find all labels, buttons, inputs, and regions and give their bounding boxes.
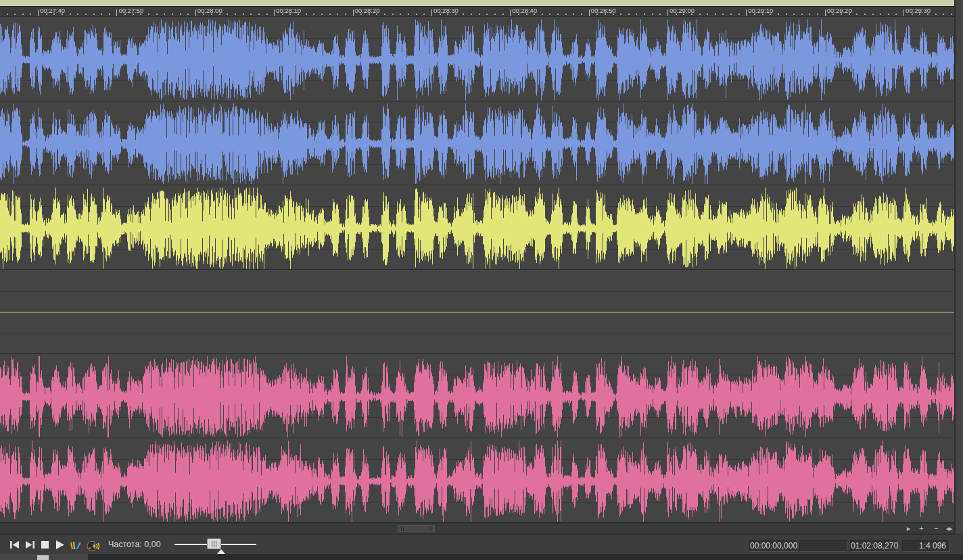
waveform-channel-track-3-channel-left[interactable] <box>0 354 954 438</box>
waveform-display-area[interactable] <box>0 17 954 523</box>
ruler-minor-tick <box>856 14 858 15</box>
ruler-minor-tick <box>22 14 24 15</box>
skip-to-end-button[interactable] <box>24 540 35 550</box>
skip-to-start-icon <box>9 540 20 549</box>
ruler-minor-tick <box>872 14 874 15</box>
waveform-canvas <box>0 354 954 438</box>
monitor-sound-button[interactable] <box>86 540 99 550</box>
ruler-major-tick <box>38 9 39 16</box>
ruler-minor-tick <box>306 14 307 15</box>
audio-editor-window: 00:27:4000:27:5000:28:0000:28:1000:28:20… <box>0 0 963 560</box>
ruler-minor-tick <box>722 14 724 15</box>
scrub-tool-button[interactable] <box>69 540 83 550</box>
ruler-minor-tick <box>502 14 504 15</box>
ruler-major-tick <box>431 9 432 16</box>
marker-time-display[interactable] <box>799 540 847 552</box>
play-icon <box>55 540 65 549</box>
total-duration-display[interactable]: 01:02:08,270 <box>850 540 898 552</box>
zoom-out-button[interactable]: − <box>931 524 941 534</box>
ruler-minor-tick <box>400 14 401 15</box>
ruler-minor-tick <box>164 14 165 15</box>
waveform-channel-track-3-channel-right[interactable] <box>0 438 954 523</box>
ruler-minor-tick <box>109 14 110 15</box>
horizontal-scrollbar[interactable]: ▸ + − ◂▸ <box>0 523 954 534</box>
horizontal-scrollbar-thumb[interactable] <box>398 525 435 532</box>
ruler-minor-tick <box>85 14 87 15</box>
ruler-time-label: 00:27:40 <box>40 7 65 14</box>
ruler-minor-tick <box>557 14 559 15</box>
timeline-ruler[interactable]: 00:27:4000:27:5000:28:0000:28:1000:28:20… <box>0 7 954 17</box>
ruler-minor-tick <box>479 14 480 15</box>
ruler-minor-tick <box>715 14 716 15</box>
lower-panel-edge <box>0 554 963 560</box>
transport-toolbar: Частота: 0,00 00:00:00,000 01:02:08,270 … <box>0 534 963 554</box>
ruler-major-tick <box>510 9 511 16</box>
waveform-channel-track-2-channel-right[interactable] <box>0 270 954 354</box>
zoom-horizontal-button[interactable]: ◂▸ <box>943 524 955 534</box>
scroll-thumb-grip <box>431 527 431 531</box>
ruler-minor-tick <box>486 14 488 15</box>
speaker-ball-icon <box>86 540 99 552</box>
ruler-major-tick <box>116 9 117 16</box>
zoom-ratio-display[interactable]: 1:4 096 <box>902 540 950 552</box>
ruler-major-tick <box>195 9 196 16</box>
ruler-minor-tick <box>14 14 16 15</box>
ruler-minor-tick <box>542 14 543 15</box>
scroll-thumb-grip <box>401 527 402 531</box>
skip-to-end-icon <box>24 540 35 549</box>
ruler-minor-tick <box>266 14 268 15</box>
vertical-scrollbar[interactable] <box>954 0 963 534</box>
play-button[interactable] <box>55 540 66 550</box>
waveform-canvas <box>0 185 954 270</box>
waveform-canvas <box>0 270 954 354</box>
ruler-minor-tick <box>93 14 95 15</box>
ruler-time-label: 00:29:00 <box>670 7 695 14</box>
ruler-time-label: 00:28:20 <box>355 7 380 14</box>
waveform-channel-track-1-channel-right[interactable] <box>0 101 954 185</box>
playback-speed-slider-thumb[interactable] <box>207 538 221 549</box>
slider-center-marker <box>217 549 225 554</box>
ruler-minor-tick <box>148 14 149 15</box>
ruler-time-label: 00:29:10 <box>748 7 773 14</box>
ruler-minor-tick <box>250 14 252 15</box>
stop-button[interactable] <box>41 540 51 550</box>
ruler-minor-tick <box>809 14 810 15</box>
zoom-in-button[interactable]: + <box>916 524 926 534</box>
lower-panel-tab-chip <box>37 555 49 560</box>
ruler-major-tick <box>903 9 904 16</box>
ruler-minor-tick <box>628 14 630 15</box>
slider-thumb-grip <box>216 541 216 547</box>
waveform-channel-track-2-channel-left[interactable] <box>0 185 954 270</box>
stop-icon <box>41 540 50 549</box>
session-overview-pan-bar[interactable] <box>0 0 954 7</box>
ruler-time-label: 00:28:10 <box>276 7 301 14</box>
ruler-minor-tick <box>258 14 260 15</box>
ruler-minor-tick <box>392 14 394 15</box>
ruler-minor-tick <box>235 14 236 15</box>
ruler-minor-tick <box>699 14 701 15</box>
ruler-time-label: 00:28:40 <box>512 7 537 14</box>
ruler-minor-tick <box>471 14 472 15</box>
ruler-minor-tick <box>864 14 866 15</box>
ruler-minor-tick <box>778 14 779 15</box>
ruler-minor-tick <box>345 14 346 15</box>
current-time-display[interactable]: 00:00:00,000 <box>749 540 797 552</box>
ruler-minor-tick <box>243 14 244 15</box>
ruler-major-tick <box>353 9 354 16</box>
ruler-minor-tick <box>573 14 574 15</box>
ruler-minor-tick <box>888 14 889 15</box>
ruler-minor-tick <box>384 14 385 15</box>
ruler-minor-tick <box>951 14 952 15</box>
ruler-minor-tick <box>786 14 787 15</box>
scroll-thumb-grip <box>403 527 404 531</box>
ruler-minor-tick <box>227 14 228 15</box>
ruler-minor-tick <box>494 14 496 15</box>
skip-to-start-button[interactable] <box>9 540 20 550</box>
ruler-major-tick <box>746 9 747 16</box>
scroll-right-button[interactable]: ▸ <box>903 524 913 534</box>
ruler-minor-tick <box>30 14 31 15</box>
ruler-minor-tick <box>172 14 173 15</box>
waveform-channel-track-1-channel-left[interactable] <box>0 17 954 101</box>
waveform-canvas <box>0 17 954 101</box>
ruler-minor-tick <box>620 14 621 15</box>
